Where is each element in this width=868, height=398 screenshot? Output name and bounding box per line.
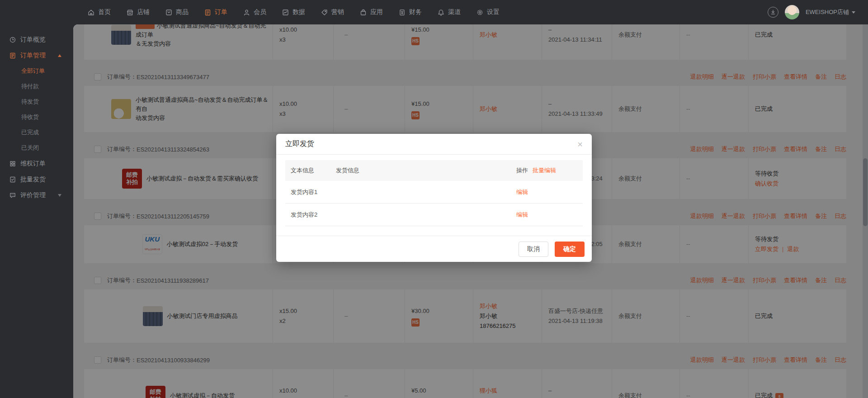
shipping-row-label: 发货内容2 bbox=[291, 211, 317, 219]
clock-icon bbox=[9, 36, 16, 43]
sidebar-item-pending-receipt[interactable]: 待收货 bbox=[0, 109, 73, 125]
nav-item-product[interactable]: 商品 bbox=[165, 8, 189, 16]
gear-icon bbox=[476, 9, 484, 16]
batch-edit-link[interactable]: 批量编辑 bbox=[533, 166, 556, 175]
sidebar-item-label: 批量发货 bbox=[20, 175, 46, 184]
col-operation: 操作 bbox=[516, 166, 528, 175]
sidebar-item-label: 订单管理 bbox=[20, 52, 46, 60]
nav-item-channel[interactable]: 渠道 bbox=[437, 8, 461, 16]
nav-item-label: 设置 bbox=[487, 8, 500, 16]
sidebar-item-review-management[interactable]: 评价管理 bbox=[0, 187, 73, 203]
order-doc-icon bbox=[204, 9, 212, 16]
nav-item-label: 营销 bbox=[331, 8, 344, 16]
nav-item-label: 店铺 bbox=[137, 8, 150, 16]
sidebar-item-order-management[interactable]: 订单管理 bbox=[0, 47, 73, 63]
sidebar-item-pending-payment[interactable]: 待付款 bbox=[0, 79, 73, 94]
chat-icon bbox=[9, 192, 16, 199]
nav-item-finance[interactable]: 财务 bbox=[398, 8, 422, 16]
sidebar-item-order-overview[interactable]: 订单概览 bbox=[0, 32, 73, 47]
sidebar-item-label: 订单概览 bbox=[20, 36, 46, 44]
avatar[interactable] bbox=[785, 5, 799, 19]
bag-icon bbox=[359, 9, 367, 16]
order-doc-icon bbox=[9, 52, 16, 59]
chevron-down-icon bbox=[58, 194, 61, 197]
shop-menu[interactable]: EWEISHOP店铺 bbox=[806, 8, 855, 16]
shipping-row: 发货内容1 编辑 bbox=[285, 181, 583, 204]
nav-item-settings[interactable]: 设置 bbox=[476, 8, 500, 16]
nav-item-home[interactable]: 首页 bbox=[87, 8, 111, 16]
top-navbar: 首页 店铺 商品 订单 会员 数据 营销 应用 bbox=[0, 0, 868, 24]
shop-name-label: EWEISHOP店铺 bbox=[806, 8, 849, 16]
home-icon bbox=[87, 9, 95, 16]
sidebar-item-all-orders[interactable]: 全部订单 bbox=[0, 63, 73, 79]
nav-item-member[interactable]: 会员 bbox=[243, 8, 266, 16]
bell-icon bbox=[437, 9, 445, 16]
storefront-icon bbox=[126, 9, 134, 16]
nav-item-label: 首页 bbox=[98, 8, 111, 16]
tag-icon bbox=[321, 9, 328, 16]
person-icon bbox=[243, 9, 250, 16]
sidebar-item-rights-orders[interactable]: 维权订单 bbox=[0, 156, 73, 171]
sidebar-item-label: 维权订单 bbox=[20, 160, 46, 168]
chart-icon bbox=[282, 9, 289, 16]
nav-item-marketing[interactable]: 营销 bbox=[321, 8, 344, 16]
col-text-info: 文本信息 bbox=[291, 166, 336, 175]
nav-item-label: 数据 bbox=[292, 8, 305, 16]
cancel-button[interactable]: 取消 bbox=[519, 242, 548, 257]
shipping-row: 发货内容2 编辑 bbox=[285, 204, 583, 226]
nav-menu: 首页 店铺 商品 订单 会员 数据 营销 应用 bbox=[87, 8, 515, 16]
nav-item-label: 会员 bbox=[254, 8, 266, 16]
chevron-up-icon bbox=[58, 54, 61, 57]
finance-icon bbox=[398, 9, 406, 16]
edit-link[interactable]: 编辑 bbox=[516, 188, 577, 196]
shipping-table: 文本信息 发货信息 操作 批量编辑 发货内容1 编辑 发货内容2 编辑 bbox=[285, 160, 583, 226]
sidebar: 订单概览 订单管理 全部订单 待付款 待发货 待收货 已完成 已关闭 维权订单 … bbox=[0, 24, 73, 398]
nav-item-label: 应用 bbox=[370, 8, 383, 16]
sidebar-item-closed[interactable]: 已关闭 bbox=[0, 140, 73, 156]
sidebar-item-pending-shipment[interactable]: 待发货 bbox=[0, 94, 73, 109]
nav-item-order[interactable]: 订单 bbox=[204, 8, 227, 16]
nav-item-label: 商品 bbox=[176, 8, 189, 16]
close-icon[interactable]: × bbox=[577, 140, 583, 149]
nav-item-label: 财务 bbox=[409, 8, 422, 16]
chevron-down-icon bbox=[852, 11, 855, 14]
ship-now-modal: 立即发货 × 文本信息 发货信息 操作 批量编辑 发货内容1 编辑 发货内容2 … bbox=[276, 134, 592, 262]
download-icon[interactable] bbox=[768, 7, 778, 18]
sidebar-item-completed[interactable]: 已完成 bbox=[0, 125, 73, 140]
box-icon bbox=[165, 9, 173, 16]
checklist-icon bbox=[9, 176, 16, 183]
sidebar-item-batch-shipment[interactable]: 批量发货 bbox=[0, 171, 73, 187]
nav-item-shop[interactable]: 店铺 bbox=[126, 8, 150, 16]
nav-item-data[interactable]: 数据 bbox=[282, 8, 305, 16]
nav-item-label: 订单 bbox=[215, 8, 227, 16]
grid-icon bbox=[9, 160, 16, 167]
col-ship-info: 发货信息 bbox=[336, 166, 359, 175]
modal-title: 立即发货 bbox=[285, 139, 314, 149]
sidebar-item-label: 评价管理 bbox=[20, 191, 46, 199]
confirm-button[interactable]: 确定 bbox=[555, 242, 585, 257]
nav-item-label: 渠道 bbox=[448, 8, 461, 16]
edit-link[interactable]: 编辑 bbox=[516, 211, 577, 219]
shipping-row-label: 发货内容1 bbox=[291, 188, 317, 196]
nav-item-app[interactable]: 应用 bbox=[359, 8, 383, 16]
